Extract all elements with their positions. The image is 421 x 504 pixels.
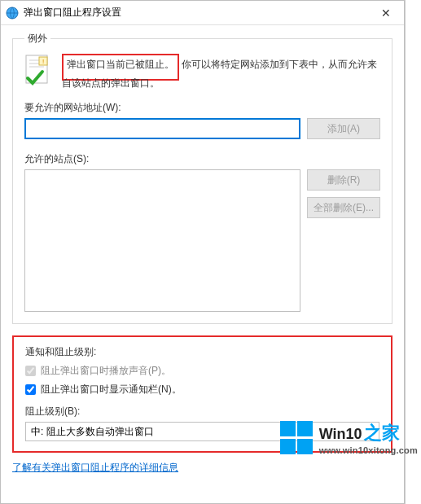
titlebar: 弹出窗口阻止程序设置 ✕ xyxy=(1,1,404,25)
remove-all-button-label: 全部删除(E)... xyxy=(314,201,374,215)
sites-label: 允许的站点(S): xyxy=(24,152,380,166)
client-area: 例外 ! 弹出窗口当前已被阻止。 xyxy=(1,25,404,503)
level-value: 中: 阻止大多数自动弹出窗口 xyxy=(31,425,154,439)
svg-text:!: ! xyxy=(42,58,44,65)
play-sound-row[interactable]: 阻止弹出窗口时播放声音(P)。 xyxy=(25,364,379,378)
allowed-sites-list[interactable] xyxy=(24,169,300,312)
address-label: 要允许的网站地址(W): xyxy=(24,101,380,115)
learn-more-link[interactable]: 了解有关弹出窗口阻止程序的详细信息 xyxy=(12,462,178,473)
close-icon: ✕ xyxy=(381,7,391,20)
add-button[interactable]: 添加(A) xyxy=(307,118,380,139)
play-sound-checkbox[interactable] xyxy=(25,366,36,376)
level-select-wrap: 中: 阻止大多数自动弹出窗口 ˇ xyxy=(25,422,379,441)
level-label: 阻止级别(B): xyxy=(25,405,379,419)
address-input[interactable] xyxy=(24,118,300,139)
exceptions-group: 例外 ! 弹出窗口当前已被阻止。 xyxy=(12,32,392,324)
popup-blocker-settings-window: 弹出窗口阻止程序设置 ✕ 例外 ! xyxy=(0,0,405,504)
notify-heading: 通知和阻止级别: xyxy=(25,345,379,359)
notify-and-level-group: 通知和阻止级别: 阻止弹出窗口时播放声音(P)。 阻止弹出窗口时显示通知栏(N)… xyxy=(12,335,392,453)
intro-row: ! 弹出窗口当前已被阻止。 你可以将特定网站添加到下表中，从而允许来自该站点的弹… xyxy=(24,54,380,91)
globe-icon xyxy=(6,7,19,20)
address-row: 添加(A) xyxy=(24,118,380,139)
chevron-down-icon: ˇ xyxy=(371,427,374,436)
intro-strong: 弹出窗口当前已被阻止。 xyxy=(67,59,174,70)
learn-more-text: 了解有关弹出窗口阻止程序的详细信息 xyxy=(12,462,178,473)
close-button[interactable]: ✕ xyxy=(368,2,404,24)
show-bar-label: 阻止弹出窗口时显示通知栏(N)。 xyxy=(41,383,182,397)
background-peek xyxy=(405,0,421,504)
level-select[interactable]: 中: 阻止大多数自动弹出窗口 ˇ xyxy=(25,422,379,441)
remove-all-button[interactable]: 全部删除(E)... xyxy=(307,197,380,218)
play-sound-label: 阻止弹出窗口时播放声音(P)。 xyxy=(41,364,171,378)
remove-button-label: 删除(R) xyxy=(327,173,361,187)
exceptions-legend: 例外 xyxy=(24,32,50,46)
help-link-row: 了解有关弹出窗口阻止程序的详细信息 xyxy=(12,461,392,475)
sites-buttons: 删除(R) 全部删除(E)... xyxy=(307,169,380,312)
intro-text: 弹出窗口当前已被阻止。 你可以将特定网站添加到下表中，从而允许来自该站点的弹出窗… xyxy=(62,54,380,91)
document-check-icon: ! xyxy=(24,54,52,89)
window-title: 弹出窗口阻止程序设置 xyxy=(24,6,368,20)
show-bar-checkbox[interactable] xyxy=(25,384,36,395)
show-bar-row[interactable]: 阻止弹出窗口时显示通知栏(N)。 xyxy=(25,383,379,397)
remove-button[interactable]: 删除(R) xyxy=(307,169,380,191)
sites-row: 删除(R) 全部删除(E)... xyxy=(24,169,380,312)
add-button-label: 添加(A) xyxy=(327,122,360,136)
